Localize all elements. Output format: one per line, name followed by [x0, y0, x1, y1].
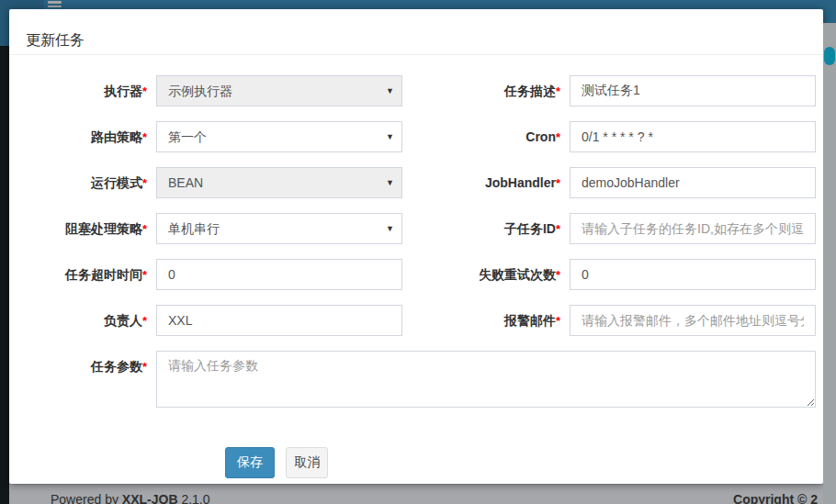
timeout-input[interactable]	[156, 259, 402, 290]
chevron-down-icon: ▼	[386, 122, 394, 151]
form-row: 阻塞处理策略* 单机串行 ▼ 子任务ID*	[9, 213, 823, 245]
required-marker: *	[556, 222, 560, 236]
child-job-id-input[interactable]	[570, 213, 816, 244]
required-marker: *	[142, 84, 147, 98]
form-row: 任务超时时间* 失败重试次数*	[9, 259, 823, 291]
update-task-modal: 更新任务 执行器* 示例执行器 ▼ 任务描述* 路由策略* 第一个 ▼	[9, 9, 823, 484]
fail-retry-label: 失败重试次数*	[402, 259, 560, 291]
save-button[interactable]: 保存	[225, 447, 275, 478]
required-marker: *	[142, 268, 147, 282]
executor-select: 示例执行器 ▼	[156, 75, 402, 106]
required-marker: *	[142, 360, 147, 374]
block-strategy-label: 阻塞处理策略*	[9, 213, 147, 245]
form-row: 任务参数*	[9, 351, 823, 408]
job-desc-input[interactable]	[570, 75, 816, 106]
cron-input[interactable]	[570, 121, 816, 152]
route-strategy-label: 路由策略*	[9, 121, 147, 153]
author-label: 负责人*	[9, 305, 147, 337]
job-desc-label: 任务描述*	[402, 75, 560, 107]
required-marker: *	[142, 176, 147, 190]
route-strategy-select[interactable]: 第一个 ▼	[156, 121, 402, 152]
form-row: 执行器* 示例执行器 ▼ 任务描述*	[9, 75, 823, 107]
modal-title: 更新任务	[26, 32, 85, 48]
cron-label: Cron*	[402, 121, 560, 153]
required-marker: *	[142, 314, 147, 328]
executor-label: 执行器*	[9, 75, 147, 107]
jobhandler-label: JobHandler*	[402, 167, 560, 199]
required-marker: *	[142, 222, 147, 236]
required-marker: *	[556, 314, 560, 328]
block-strategy-select-value: 单机串行	[168, 221, 220, 236]
form-row: 负责人* 报警邮件*	[9, 305, 823, 337]
glue-type-select-value: BEAN	[168, 175, 203, 190]
chevron-down-icon: ▼	[386, 168, 394, 197]
block-strategy-select[interactable]: 单机串行 ▼	[156, 213, 402, 244]
form-row: 路由策略* 第一个 ▼ Cron*	[9, 121, 823, 153]
alarm-email-input[interactable]	[570, 305, 816, 336]
fail-retry-input[interactable]	[570, 259, 816, 290]
alarm-email-label: 报警邮件*	[402, 305, 560, 337]
jobhandler-input[interactable]	[570, 167, 816, 198]
glue-type-label: 运行模式*	[9, 167, 147, 199]
timeout-label: 任务超时时间*	[9, 259, 147, 291]
job-param-label: 任务参数*	[9, 351, 147, 408]
required-marker: *	[556, 268, 560, 282]
required-marker: *	[556, 176, 560, 190]
required-marker: *	[142, 130, 147, 144]
route-strategy-select-value: 第一个	[168, 129, 207, 144]
required-marker: *	[556, 130, 560, 144]
executor-select-value: 示例执行器	[168, 84, 232, 98]
cancel-button[interactable]: 取消	[286, 447, 328, 478]
author-input[interactable]	[156, 305, 402, 336]
scrollbar-track[interactable]	[823, 23, 836, 504]
scrollbar-thumb[interactable]	[824, 47, 835, 65]
button-row: 保存 取消	[9, 447, 823, 478]
chevron-down-icon: ▼	[386, 76, 394, 106]
child-job-id-label: 子任务ID*	[402, 213, 560, 245]
update-task-form: 执行器* 示例执行器 ▼ 任务描述* 路由策略* 第一个 ▼ Cron*	[9, 55, 823, 478]
modal-header: 更新任务	[9, 9, 823, 55]
chevron-down-icon: ▼	[386, 214, 394, 243]
job-param-textarea[interactable]	[156, 351, 816, 408]
required-marker: *	[556, 84, 560, 98]
glue-type-select: BEAN ▼	[156, 167, 402, 198]
form-row: 运行模式* BEAN ▼ JobHandler*	[9, 167, 823, 199]
